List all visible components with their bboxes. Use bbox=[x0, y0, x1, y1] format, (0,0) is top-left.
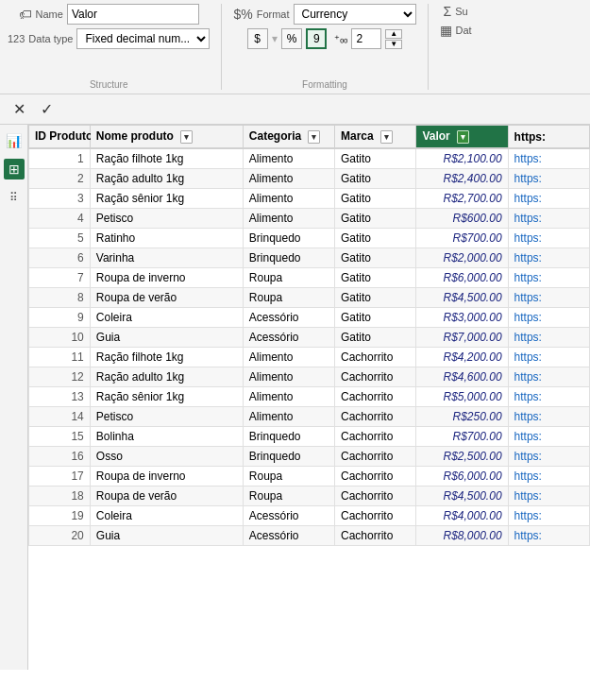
cell-id: 4 bbox=[29, 209, 91, 229]
cell-categoria: Brinquedo bbox=[243, 229, 334, 248]
formatting-label: Formatting bbox=[302, 79, 347, 90]
cell-marca: Gatito bbox=[334, 209, 415, 229]
col-header-marca: Marca ▾ bbox=[334, 126, 415, 149]
table-row[interactable]: 6VarinhaBrinquedoGatitoR$2,000.00https: bbox=[29, 248, 590, 268]
toolbar: ✕ ✓ bbox=[0, 94, 590, 125]
format-label: Format bbox=[257, 9, 290, 20]
table-row[interactable]: 13Ração sênior 1kgAlimentoCachorritoR$5,… bbox=[29, 387, 590, 407]
table-row[interactable]: 8Roupa de verãoRoupaGatitoR$4,500.00http… bbox=[29, 288, 590, 308]
chart-sidebar-icon[interactable]: 📊 bbox=[4, 130, 25, 151]
cell-valor: R$2,400.00 bbox=[416, 169, 508, 189]
cell-marca: Gatito bbox=[334, 248, 415, 268]
table-row[interactable]: 17Roupa de invernoRoupaCachorritoR$6,000… bbox=[29, 467, 590, 487]
cell-id: 9 bbox=[29, 308, 91, 328]
cell-nome: Ração filhote 1kg bbox=[90, 348, 243, 367]
confirm-button[interactable]: ✓ bbox=[35, 98, 59, 120]
format-buttons-row: $ ▾ % 9 ⁺₀₀ ▲ ▼ bbox=[247, 28, 403, 49]
table-row[interactable]: 15BolinhaBrinquedoCachorritoR$700.00http… bbox=[29, 427, 590, 447]
cell-valor: R$4,000.00 bbox=[416, 506, 508, 526]
marca-filter-btn[interactable]: ▾ bbox=[380, 130, 393, 144]
cell-marca: Cachorrito bbox=[334, 387, 415, 407]
cell-nome: Coleira bbox=[90, 506, 243, 526]
cell-nome: Ração adulto 1kg bbox=[90, 367, 243, 387]
cell-url: https: bbox=[508, 387, 589, 407]
cell-url: https: bbox=[508, 367, 589, 387]
model-sidebar-icon[interactable]: ⠿ bbox=[4, 187, 25, 208]
table-row[interactable]: 5RatinhoBrinquedoGatitoR$700.00https: bbox=[29, 229, 590, 248]
table-row[interactable]: 18Roupa de verãoRoupaCachorritoR$4,500.0… bbox=[29, 487, 590, 506]
structure-label: Structure bbox=[90, 79, 128, 90]
table-row[interactable]: 10GuiaAcessórioGatitoR$7,000.00https: bbox=[29, 328, 590, 348]
valor-filter-btn[interactable]: ▾ bbox=[457, 130, 469, 144]
cell-valor: R$600.00 bbox=[416, 209, 508, 229]
cell-id: 18 bbox=[29, 487, 91, 506]
table-row[interactable]: 2Ração adulto 1kgAlimentoGatitoR$2,400.0… bbox=[29, 169, 590, 189]
cell-id: 1 bbox=[29, 148, 91, 169]
table-row[interactable]: 12Ração adulto 1kgAlimentoCachorritoR$4,… bbox=[29, 367, 590, 387]
table-row[interactable]: 16OssoBrinquedoCachorritoR$2,500.00https… bbox=[29, 447, 590, 467]
cell-id: 16 bbox=[29, 447, 91, 467]
format-separator: ▾ bbox=[272, 32, 278, 45]
cell-marca: Cachorrito bbox=[334, 367, 415, 387]
decimal-up-button[interactable]: ▲ bbox=[385, 29, 402, 39]
cell-valor: R$7,000.00 bbox=[416, 328, 508, 348]
cell-valor: R$2,500.00 bbox=[416, 447, 508, 467]
cell-marca: Cachorrito bbox=[334, 506, 415, 526]
cell-valor: R$6,000.00 bbox=[416, 268, 508, 288]
cell-url: https: bbox=[508, 506, 589, 526]
dat-label: Dat bbox=[456, 25, 472, 36]
table-sidebar-icon[interactable]: ⊞ bbox=[4, 159, 25, 179]
name-input[interactable] bbox=[67, 4, 199, 25]
cell-url: https: bbox=[508, 526, 589, 546]
dat-row: ▦ Dat bbox=[440, 23, 472, 38]
cell-categoria: Brinquedo bbox=[243, 447, 334, 467]
cell-marca: Gatito bbox=[334, 268, 415, 288]
decimal-places-input[interactable] bbox=[351, 28, 381, 49]
cell-valor: R$5,000.00 bbox=[416, 387, 508, 407]
cell-categoria: Alimento bbox=[243, 387, 334, 407]
table-row[interactable]: 9ColeiraAcessórioGatitoR$3,000.00https: bbox=[29, 308, 590, 328]
cell-categoria: Brinquedo bbox=[243, 427, 334, 447]
percent-button[interactable]: % bbox=[281, 28, 303, 49]
cell-id: 5 bbox=[29, 229, 91, 248]
table-row[interactable]: 14PetiscoAlimentoCachorritoR$250.00https… bbox=[29, 407, 590, 427]
cell-marca: Cachorrito bbox=[334, 427, 415, 447]
close-button[interactable]: ✕ bbox=[8, 98, 31, 120]
cell-url: https: bbox=[508, 447, 589, 467]
cell-id: 13 bbox=[29, 387, 91, 407]
cell-valor: R$250.00 bbox=[416, 407, 508, 427]
cell-valor: R$8,000.00 bbox=[416, 526, 508, 546]
cell-id: 19 bbox=[29, 506, 91, 526]
cell-marca: Gatito bbox=[334, 148, 415, 169]
cell-valor: R$2,700.00 bbox=[416, 189, 508, 209]
cat-filter-btn[interactable]: ▾ bbox=[308, 130, 320, 144]
cell-id: 10 bbox=[29, 328, 91, 348]
cell-nome: Petisco bbox=[90, 209, 243, 229]
datatype-select[interactable]: Fixed decimal num... bbox=[76, 28, 210, 49]
main-layout: 📊 ⊞ ⠿ ID Produto ▾ Nome produto ▾ Catego… bbox=[0, 125, 590, 670]
cell-nome: Ratinho bbox=[90, 229, 243, 248]
cell-categoria: Brinquedo bbox=[243, 248, 334, 268]
cell-categoria: Acessório bbox=[243, 526, 334, 546]
table-body: 1Ração filhote 1kgAlimentoGatitoR$2,100.… bbox=[29, 148, 590, 546]
cell-categoria: Acessório bbox=[243, 328, 334, 348]
cell-marca: Gatito bbox=[334, 169, 415, 189]
table-header-row: ID Produto ▾ Nome produto ▾ Categoria ▾ … bbox=[29, 126, 590, 149]
table-row[interactable]: 3Ração sênior 1kgAlimentoGatitoR$2,700.0… bbox=[29, 189, 590, 209]
table-row[interactable]: 11Ração filhote 1kgAlimentoCachorritoR$4… bbox=[29, 348, 590, 367]
cell-url: https: bbox=[508, 328, 589, 348]
table-row[interactable]: 19ColeiraAcessórioCachorritoR$4,000.00ht… bbox=[29, 506, 590, 526]
cell-valor: R$4,500.00 bbox=[416, 487, 508, 506]
sum-label: Su bbox=[455, 6, 467, 17]
decimal-down-button[interactable]: ▼ bbox=[385, 40, 402, 49]
cell-nome: Osso bbox=[90, 447, 243, 467]
format-select[interactable]: Currency bbox=[294, 4, 416, 25]
table-row[interactable]: 7Roupa de invernoRoupaGatitoR$6,000.00ht… bbox=[29, 268, 590, 288]
table-row[interactable]: 1Ração filhote 1kgAlimentoGatitoR$2,100.… bbox=[29, 148, 590, 169]
col-header-valor: Valor ▾ bbox=[416, 126, 508, 149]
table-row[interactable]: 4PetiscoAlimentoGatitoR$600.00https: bbox=[29, 209, 590, 229]
comma-button[interactable]: 9 bbox=[306, 28, 327, 49]
dollar-button[interactable]: $ bbox=[247, 28, 268, 49]
table-row[interactable]: 20GuiaAcessórioCachorritoR$8,000.00https… bbox=[29, 526, 590, 546]
nome-filter-btn[interactable]: ▾ bbox=[180, 130, 193, 144]
